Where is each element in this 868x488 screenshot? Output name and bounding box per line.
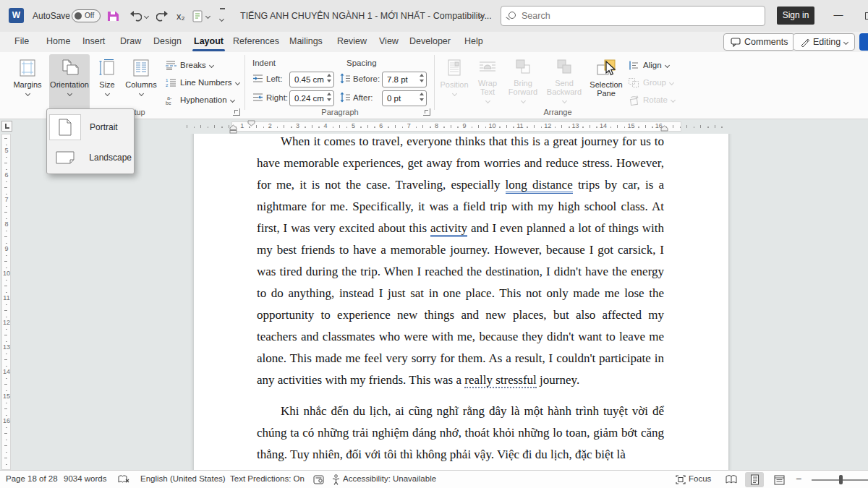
page-number-status[interactable]: Page 18 of 28	[6, 474, 58, 483]
search-box[interactable]	[501, 6, 765, 26]
first-line-indent-marker[interactable]	[247, 120, 255, 127]
rotate-icon	[628, 95, 639, 106]
autosave-state: Off	[85, 12, 94, 20]
spinner-arrows[interactable]	[420, 74, 424, 82]
line-numbers-button[interactable]: 12 Line Numbers	[165, 75, 239, 90]
editor-suggestion[interactable]: long distance	[506, 178, 573, 194]
columns-button[interactable]: Columns	[123, 54, 159, 114]
accessibility-status[interactable]: Accessibility: Unavailable	[343, 474, 436, 483]
landscape-page-icon	[49, 145, 80, 171]
tab-file[interactable]: File	[12, 32, 32, 52]
spinner-arrows[interactable]	[327, 93, 331, 101]
tab-mailings[interactable]: Mailings	[286, 32, 326, 52]
spacing-before-input[interactable]: 7.8 pt	[382, 72, 427, 87]
tab-stop-selector[interactable]	[1, 121, 12, 132]
restore-button[interactable]	[865, 12, 868, 20]
group-button: Group	[628, 75, 673, 90]
tab-design[interactable]: Design	[150, 32, 184, 52]
add-page-button[interactable]	[192, 7, 210, 25]
paragraph-dialog-launcher[interactable]	[423, 108, 430, 116]
read-mode-button[interactable]	[722, 472, 741, 487]
chevron-down-icon	[451, 91, 456, 96]
undo-button[interactable]	[129, 7, 148, 25]
accessibility-icon[interactable]	[331, 474, 341, 485]
save-icon	[107, 10, 119, 22]
zoom-slider-handle[interactable]	[839, 475, 843, 484]
spacing-label: Spacing	[346, 59, 377, 67]
paragraph-english: When it comes to travel, everyone thinks…	[257, 134, 664, 391]
qat-overflow-button[interactable]	[220, 7, 225, 25]
language-status[interactable]: English (United States)	[140, 474, 226, 483]
tab-references[interactable]: References	[230, 32, 282, 52]
search-input[interactable]	[520, 10, 737, 22]
word-logo-icon[interactable]: W	[9, 8, 24, 23]
comments-button[interactable]: Comments	[723, 33, 795, 51]
save-button[interactable]	[107, 7, 119, 25]
hyphenation-button[interactable]: a-bc Hyphenation	[165, 93, 234, 107]
spinner-arrows[interactable]	[327, 74, 331, 82]
margins-button[interactable]: Margins	[10, 54, 45, 114]
print-layout-button[interactable]	[745, 472, 764, 487]
menu-item-portrait[interactable]: Portrait	[49, 112, 132, 142]
position-button: Position	[438, 54, 470, 114]
tab-draw[interactable]: Draw	[117, 32, 144, 52]
add-page-icon	[192, 10, 203, 22]
orientation-button[interactable]: Orientation	[49, 54, 90, 114]
document-page[interactable]: When it comes to travel, everyone thinks…	[194, 134, 728, 470]
text-predictions-status[interactable]: Text Predictions: On	[230, 474, 305, 483]
document-area: When it comes to travel, everyone thinks…	[13, 134, 868, 470]
send-backward-button: Send Backward	[544, 54, 584, 114]
word-count-status[interactable]: 9034 words	[64, 474, 106, 483]
tab-review[interactable]: Review	[334, 32, 370, 52]
align-icon	[628, 60, 639, 71]
proofing-errors-icon[interactable]	[118, 475, 129, 484]
redo-button[interactable]	[156, 7, 169, 25]
focus-button[interactable]: Focus	[689, 474, 711, 483]
zoom-out-button[interactable]: −	[796, 473, 801, 484]
tab-help[interactable]: Help	[461, 32, 486, 52]
indent-left-icon	[252, 74, 263, 83]
indent-left-input[interactable]: 0.45 cm	[289, 72, 334, 87]
sign-in-button[interactable]: Sign in	[777, 7, 814, 25]
spacing-after-label: After:	[353, 93, 373, 102]
minimize-button[interactable]: —	[832, 9, 845, 22]
editing-button[interactable]: Editing	[793, 33, 855, 51]
subscript-button[interactable]: x₂	[176, 7, 185, 25]
indent-right-icon	[252, 93, 263, 102]
indent-right-input[interactable]: 0.24 cm	[289, 90, 334, 106]
wrap-text-icon	[478, 59, 497, 76]
indent-label: Indent	[252, 59, 276, 67]
size-button[interactable]: Size	[94, 54, 120, 114]
spacing-before-label: Before:	[353, 74, 380, 83]
read-mode-icon	[726, 475, 737, 484]
document-text: When it comes to travel, everyone thinks…	[257, 134, 664, 466]
vertical-ruler: 5678910111213141516	[0, 134, 13, 470]
page-setup-dialog-launcher[interactable]	[233, 108, 240, 116]
size-icon	[98, 59, 116, 77]
breaks-button[interactable]: Breaks	[165, 58, 213, 72]
hanging-indent-marker[interactable]	[229, 124, 237, 134]
tab-view[interactable]: View	[376, 32, 401, 52]
redo-icon	[156, 10, 169, 22]
editor-suggestion[interactable]: really stressful	[464, 373, 537, 388]
tab-stop-icon	[5, 124, 9, 129]
right-indent-marker[interactable]	[660, 125, 668, 132]
menu-item-landscape[interactable]: Landscape	[49, 142, 132, 172]
chevron-down-icon	[671, 97, 676, 102]
chevron-down-icon	[235, 80, 240, 85]
tab-developer[interactable]: Developer	[407, 32, 454, 52]
spacing-after-input[interactable]: 0 pt	[382, 90, 427, 106]
tab-insert[interactable]: Insert	[80, 32, 108, 52]
editor-suggestion[interactable]: activity	[430, 221, 467, 237]
share-button[interactable]	[859, 33, 868, 51]
editor-status-icon[interactable]	[313, 475, 324, 484]
word-application-window: W AutoSave Off x₂ TIẾNG ANH CHUYÊN NGÀNH	[0, 0, 868, 488]
indent-left-label: Left:	[266, 74, 282, 83]
tab-layout[interactable]: Layout	[191, 32, 226, 52]
align-button[interactable]: Align	[628, 58, 669, 72]
autosave-toggle[interactable]: Off	[72, 9, 101, 22]
spinner-arrows[interactable]	[420, 93, 424, 101]
tab-home[interactable]: Home	[43, 32, 73, 52]
web-layout-button[interactable]	[770, 472, 788, 487]
undo-icon	[129, 10, 142, 22]
